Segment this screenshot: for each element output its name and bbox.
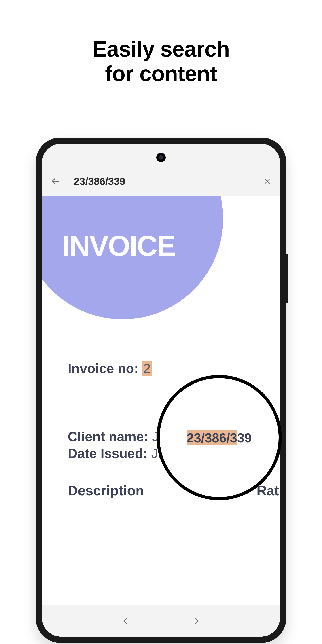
prev-result-icon[interactable]	[122, 616, 132, 626]
invoice-no-value: 2	[142, 361, 152, 376]
result-nav-bar	[42, 605, 280, 636]
invoice-no-label: Invoice no:	[68, 361, 139, 376]
search-bar: 23/386/339	[42, 166, 280, 196]
invoice-number-row: Invoice no: 2	[68, 361, 280, 376]
column-description: Description	[68, 482, 144, 498]
client-label: Client name:	[68, 429, 148, 444]
next-result-icon[interactable]	[190, 616, 200, 626]
table-divider	[68, 506, 280, 506]
close-icon[interactable]	[262, 176, 273, 187]
headline-line1: Easily search	[0, 37, 322, 62]
phone-side-button	[286, 254, 288, 303]
magnifier-callout: 23/386/339	[156, 375, 282, 500]
phone-camera-cutout	[156, 153, 166, 162]
marketing-headline: Easily search for content	[0, 0, 322, 86]
search-input[interactable]: 23/386/339	[74, 175, 262, 188]
magnified-highlight: 23/386/3	[187, 430, 237, 445]
invoice-heading: INVOICE	[62, 230, 175, 262]
magnified-text: 23/386/339	[187, 430, 252, 445]
headline-line2: for content	[0, 62, 322, 86]
back-arrow-icon[interactable]	[49, 175, 62, 188]
magnified-rest: 39	[237, 430, 252, 445]
date-label: Date Issued:	[68, 446, 148, 461]
phone-mockup: 23/386/339 INVOICE Invoice no: 2	[36, 138, 286, 643]
